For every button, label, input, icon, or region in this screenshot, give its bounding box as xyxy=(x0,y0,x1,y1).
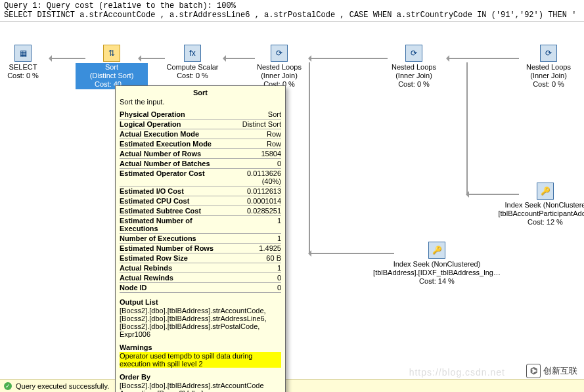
op-sublabel: (Inner Join) xyxy=(243,72,315,80)
index-seek-icon: 🔑 xyxy=(428,242,445,259)
compute-scalar-icon: fx xyxy=(184,45,201,62)
op-label: SELECT xyxy=(0,63,53,72)
tooltip-prop-row: Estimated CPU Cost0.0001014 xyxy=(120,196,281,206)
watermark-text: 创新互联 xyxy=(543,365,577,377)
tooltip-prop-value: Row xyxy=(227,129,281,139)
tooltip-prop-key: Estimated Number of Executions xyxy=(120,216,227,234)
tooltip-prop-value: 0.0001014 xyxy=(227,196,281,206)
tooltip-prop-row: Actual Rewinds0 xyxy=(120,273,281,283)
plan-op-nested-loops-3[interactable]: ⟳ Nested Loops (Inner Join) Cost: 0 % xyxy=(512,45,584,89)
op-sublabel: (Distinct Sort) xyxy=(76,72,148,80)
plan-vline xyxy=(309,62,310,253)
tooltip-prop-row: Physical OperationSort xyxy=(120,110,281,120)
op-cost: Cost: 0 % xyxy=(512,80,584,89)
tooltip-prop-row: Estimated Number of Rows1.4925 xyxy=(120,244,281,253)
tooltip-prop-value: 1.4925 xyxy=(227,244,281,253)
tooltip-prop-row: Actual Execution ModeRow xyxy=(120,129,281,139)
tooltip-prop-value: Sort xyxy=(227,110,281,120)
tooltip-prop-key: Actual Number of Rows xyxy=(120,149,227,159)
watermark: ⌬ 创新互联 xyxy=(522,363,581,379)
tooltip-prop-value: Distinct Sort xyxy=(227,120,281,129)
tooltip-prop-key: Estimated Execution Mode xyxy=(120,139,227,149)
nested-loops-icon: ⟳ xyxy=(271,45,288,62)
tooltip-prop-value: 0.0113626 (40%) xyxy=(227,169,281,186)
tooltip-prop-key: Actual Rebinds xyxy=(120,263,227,273)
tooltip-prop-value: 0 xyxy=(227,159,281,169)
success-icon: ✓ xyxy=(4,382,12,390)
query-header: Query 1: Query cost (relative to the bat… xyxy=(0,0,584,22)
tooltip-prop-value: Row xyxy=(227,139,281,149)
plan-op-nested-loops-2[interactable]: ⟳ Nested Loops (Inner Join) Cost: 0 % xyxy=(378,45,450,89)
tooltip-prop-value: 0.0285251 xyxy=(227,206,281,216)
query-header-line1: Query 1: Query cost (relative to the bat… xyxy=(4,1,580,11)
tooltip-prop-row: Estimated Execution ModeRow xyxy=(120,139,281,149)
tooltip-prop-row: Estimated I/O Cost0.0112613 xyxy=(120,186,281,196)
op-label: Index Seek (NonClustere xyxy=(480,201,584,209)
tooltip-prop-value: 60 B xyxy=(227,253,281,263)
op-label: Index Seek (NonClustered) xyxy=(368,260,506,269)
watermark-logo-icon: ⌬ xyxy=(526,364,541,378)
tooltip-prop-row: Actual Number of Rows15804 xyxy=(120,149,281,159)
tooltip-output-list-heading: Output List xyxy=(120,298,281,306)
tooltip-prop-row: Number of Executions1 xyxy=(120,234,281,244)
plan-op-nested-loops-1[interactable]: ⟳ Nested Loops (Inner Join) Cost: 0 % xyxy=(243,45,315,89)
nested-loops-icon: ⟳ xyxy=(540,45,557,62)
tooltip-prop-key: Estimated I/O Cost xyxy=(120,186,227,196)
tooltip-prop-value: 0 xyxy=(227,273,281,283)
tooltip-prop-value: 1 xyxy=(227,234,281,244)
op-object: [tblBAddress].[IDXF_tblBAddress_lng… xyxy=(368,269,506,277)
plan-op-compute-scalar[interactable]: fx Compute Scalar Cost: 0 % xyxy=(156,45,229,80)
tooltip-prop-key: Actual Number of Batches xyxy=(120,159,227,169)
tooltip-prop-row: Estimated Operator Cost0.0113626 (40%) xyxy=(120,169,281,186)
op-label: Sort xyxy=(76,63,148,72)
tooltip-prop-key: Actual Rewinds xyxy=(120,273,227,283)
op-label: Nested Loops xyxy=(243,63,315,72)
op-cost: Cost: 0 % xyxy=(156,72,229,80)
operator-tooltip: Sort Sort the input. Physical OperationS… xyxy=(115,85,286,392)
plan-op-index-seek-address[interactable]: 🔑 Index Seek (NonClustered) [tblBAddress… xyxy=(368,242,506,286)
op-cost: Cost: 0 % xyxy=(0,72,53,80)
tooltip-prop-value: 1 xyxy=(227,216,281,234)
tooltip-prop-key: Estimated Subtree Cost xyxy=(120,206,227,216)
tooltip-prop-value: 0 xyxy=(227,283,281,293)
tooltip-prop-key: Node ID xyxy=(120,283,227,293)
tooltip-properties-table: Physical OperationSortLogical OperationD… xyxy=(120,110,281,293)
sort-icon: ⇅ xyxy=(103,45,120,62)
tooltip-prop-row: Estimated Row Size60 B xyxy=(120,253,281,263)
op-sublabel: (Inner Join) xyxy=(378,72,450,80)
tooltip-prop-key: Estimated Operator Cost xyxy=(120,169,227,186)
plan-op-index-seek-participant[interactable]: 🔑 Index Seek (NonClustere [tblBAccountPa… xyxy=(480,183,584,227)
tooltip-prop-row: Logical OperationDistinct Sort xyxy=(120,120,281,129)
op-label: Compute Scalar xyxy=(156,63,229,72)
tooltip-prop-key: Logical Operation xyxy=(120,120,227,129)
op-cost: Cost: 14 % xyxy=(368,277,506,286)
tooltip-prop-row: Estimated Number of Executions1 xyxy=(120,216,281,234)
tooltip-prop-value: 0.0112613 xyxy=(227,186,281,196)
op-object: [tblBAccountParticipantAddre xyxy=(480,209,584,218)
nested-loops-icon: ⟳ xyxy=(405,45,422,62)
tooltip-prop-key: Estimated CPU Cost xyxy=(120,196,227,206)
tooltip-prop-row: Actual Rebinds1 xyxy=(120,263,281,273)
tooltip-output-list: [Bocss2].[dbo].[tblBAddress].strAccountC… xyxy=(120,307,281,338)
tooltip-prop-key: Physical Operation xyxy=(120,110,227,120)
tooltip-prop-row: Node ID0 xyxy=(120,283,281,293)
status-bar: ✓ Query executed successfully. xyxy=(0,379,584,392)
tooltip-prop-key: Actual Execution Mode xyxy=(120,129,227,139)
plan-op-sort[interactable]: ⇅ Sort (Distinct Sort) Cost: 40… xyxy=(76,45,148,89)
tooltip-prop-value: 1 xyxy=(227,263,281,273)
plan-arrow xyxy=(447,58,519,59)
tooltip-prop-value: 15804 xyxy=(227,149,281,159)
tooltip-title: Sort xyxy=(120,89,281,97)
select-icon: ▦ xyxy=(14,45,32,62)
execution-plan-canvas[interactable]: ▦ SELECT Cost: 0 % ⇅ Sort (Distinct Sort… xyxy=(0,22,584,376)
watermark-url: https://blog.csdn.net xyxy=(409,367,505,378)
plan-vline xyxy=(466,62,468,194)
plan-op-select[interactable]: ▦ SELECT Cost: 0 % xyxy=(0,45,53,80)
op-label: Nested Loops xyxy=(378,63,450,72)
op-label: Nested Loops xyxy=(512,63,584,72)
tooltip-warnings: Operator used tempdb to spill data durin… xyxy=(120,352,281,368)
tooltip-prop-key: Estimated Number of Rows xyxy=(120,244,227,253)
op-cost: Cost: 0 % xyxy=(378,80,450,89)
op-sublabel: (Inner Join) xyxy=(512,72,584,80)
tooltip-orderby-heading: Order By xyxy=(120,373,281,381)
